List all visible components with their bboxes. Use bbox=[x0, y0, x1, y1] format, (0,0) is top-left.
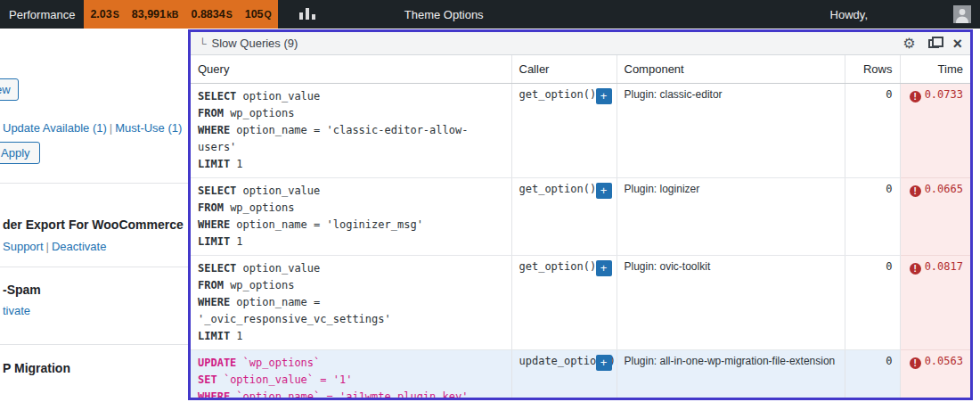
apply-button[interactable]: Apply bbox=[0, 142, 40, 164]
caller-cell: update_option() + bbox=[511, 350, 617, 401]
plugin-actions: tivate bbox=[3, 302, 30, 318]
stat-memory: 83,991kB bbox=[126, 0, 185, 29]
caller-function: get_option() bbox=[519, 183, 597, 195]
panel-header-icons: ⚙ × bbox=[902, 36, 962, 52]
panel-header: └ Slow Queries (9) ⚙ × bbox=[191, 32, 970, 55]
sql-query: SELECT option_valueFROM wp_optionsWHERE … bbox=[198, 88, 504, 173]
caller-function: get_option() bbox=[519, 88, 597, 101]
time-value: 0.0817 bbox=[925, 260, 963, 273]
bar-chart-icon bbox=[299, 7, 315, 22]
column-header-query: Query bbox=[191, 55, 511, 84]
rows-count: 0 bbox=[886, 88, 892, 101]
activate-link[interactable]: tivate bbox=[3, 304, 30, 317]
avatar bbox=[953, 5, 971, 23]
component-cell: Plugin: all-in-one-wp-migration-file-ext… bbox=[617, 350, 845, 401]
rows-cell: 0 bbox=[845, 350, 900, 401]
time-cell: !0.0665 bbox=[900, 178, 970, 256]
support-link[interactable]: Support bbox=[3, 240, 44, 253]
expand-caller-button[interactable]: + bbox=[596, 355, 612, 371]
plugin-actions: Support|Deactivate bbox=[3, 238, 106, 254]
close-icon[interactable]: × bbox=[952, 36, 962, 52]
caller-cell: get_option() + bbox=[511, 84, 617, 178]
stat-query-time: 0.8834S bbox=[184, 0, 238, 29]
table-header-row: Query Caller Component Rows Time bbox=[191, 55, 970, 84]
query-row: UPDATE `wp_options`SET `option_value` = … bbox=[191, 350, 970, 401]
sql-query: SELECT option_valueFROM wp_optionsWHERE … bbox=[198, 183, 504, 250]
plugin-title: der Export For WooCommerce bbox=[3, 217, 184, 232]
rows-count: 0 bbox=[886, 355, 892, 367]
filter-update-available[interactable]: Update Available (1) bbox=[3, 121, 107, 135]
query-monitor-panel: └ Slow Queries (9) ⚙ × Query Caller Comp… bbox=[188, 29, 973, 400]
panel-title: Slow Queries (9) bbox=[212, 37, 298, 50]
component-cell: Plugin: ovic-toolkit bbox=[617, 256, 845, 350]
plugin-title: -Spam bbox=[3, 283, 41, 297]
time-value: 0.0665 bbox=[925, 183, 963, 195]
submenu-corner-icon: └ bbox=[199, 37, 207, 50]
settings-icon[interactable]: ⚙ bbox=[902, 37, 915, 51]
rows-count: 0 bbox=[886, 183, 892, 195]
query-cell: SELECT option_valueFROM wp_optionsWHERE … bbox=[191, 84, 511, 178]
time-value: 0.0733 bbox=[925, 88, 963, 101]
time-cell: !0.0733 bbox=[900, 84, 970, 178]
column-header-time: Time bbox=[900, 55, 970, 84]
performance-label: Performance bbox=[9, 8, 75, 21]
caller-cell: get_option() + bbox=[511, 256, 617, 350]
plugins-page-background: ew Update Available (1)|Must-Use (1) App… bbox=[0, 29, 188, 402]
row-divider bbox=[0, 344, 188, 345]
theme-options-label: Theme Options bbox=[404, 8, 484, 21]
stat-query-count: 105Q bbox=[239, 0, 278, 29]
warning-icon: ! bbox=[910, 263, 921, 275]
time-value: 0.0563 bbox=[925, 355, 963, 367]
caller-function: get_option() bbox=[519, 260, 597, 273]
query-row: SELECT option_valueFROM wp_optionsWHERE … bbox=[191, 256, 970, 350]
expand-caller-button[interactable]: + bbox=[596, 183, 612, 199]
separator: | bbox=[46, 240, 49, 253]
column-header-component: Component bbox=[617, 55, 845, 84]
admin-bar: Performance 2.03S 83,991kB 0.8834S 105Q … bbox=[0, 0, 980, 29]
view-button[interactable]: ew bbox=[0, 78, 19, 101]
rows-count: 0 bbox=[886, 260, 892, 273]
time-cell: !0.0563 bbox=[900, 350, 970, 401]
component-cell: Plugin: loginizer bbox=[617, 178, 845, 256]
adminbar-account-menu[interactable]: Howdy, bbox=[821, 0, 980, 29]
query-cell: UPDATE `wp_options`SET `option_value` = … bbox=[191, 350, 511, 401]
row-divider bbox=[0, 183, 188, 184]
expand-caller-button[interactable]: + bbox=[596, 260, 612, 276]
sql-query: UPDATE `wp_options`SET `option_value` = … bbox=[198, 355, 504, 400]
caller-cell: get_option() + bbox=[511, 178, 617, 256]
stat-page-time: 2.03S bbox=[84, 0, 125, 29]
component-label: Plugin: all-in-one-wp-migration-file-ext… bbox=[625, 355, 836, 367]
rows-cell: 0 bbox=[845, 256, 900, 350]
rows-cell: 0 bbox=[845, 84, 900, 178]
adminbar-theme-options[interactable]: Theme Options bbox=[396, 0, 493, 29]
query-cell: SELECT option_valueFROM wp_optionsWHERE … bbox=[191, 256, 511, 350]
query-row: SELECT option_valueFROM wp_optionsWHERE … bbox=[191, 84, 970, 178]
time-cell: !0.0817 bbox=[900, 256, 970, 350]
row-divider bbox=[0, 267, 188, 267]
query-row: SELECT option_valueFROM wp_optionsWHERE … bbox=[191, 178, 970, 256]
component-label: Plugin: ovic-toolkit bbox=[625, 260, 711, 273]
plugin-filters: Update Available (1)|Must-Use (1) bbox=[3, 119, 182, 135]
component-cell: Plugin: classic-editor bbox=[617, 84, 845, 178]
expand-caller-button[interactable]: + bbox=[596, 88, 612, 104]
adminbar-performance-menu[interactable]: Performance bbox=[0, 0, 84, 29]
plugin-title: P Migration bbox=[3, 361, 70, 375]
column-header-caller: Caller bbox=[511, 55, 617, 84]
warning-icon: ! bbox=[910, 357, 921, 369]
slow-queries-table: Query Caller Component Rows Time SELECT … bbox=[191, 55, 970, 400]
component-label: Plugin: loginizer bbox=[625, 183, 700, 195]
deactivate-link[interactable]: Deactivate bbox=[52, 240, 106, 253]
separator: | bbox=[110, 121, 112, 135]
warning-icon: ! bbox=[910, 185, 921, 197]
query-cell: SELECT option_valueFROM wp_optionsWHERE … bbox=[191, 178, 511, 256]
filter-must-use[interactable]: Must-Use (1) bbox=[115, 121, 182, 135]
howdy-label: Howdy, bbox=[830, 8, 868, 21]
adminbar-stats-menu[interactable] bbox=[290, 0, 324, 29]
query-monitor-stats[interactable]: 2.03S 83,991kB 0.8834S 105Q bbox=[84, 0, 277, 29]
component-label: Plugin: classic-editor bbox=[625, 88, 723, 101]
position-toggle-icon[interactable] bbox=[928, 39, 939, 48]
warning-icon: ! bbox=[910, 91, 921, 103]
sql-query: SELECT option_valueFROM wp_optionsWHERE … bbox=[198, 260, 504, 345]
column-header-rows: Rows bbox=[845, 55, 900, 84]
rows-cell: 0 bbox=[845, 178, 900, 256]
